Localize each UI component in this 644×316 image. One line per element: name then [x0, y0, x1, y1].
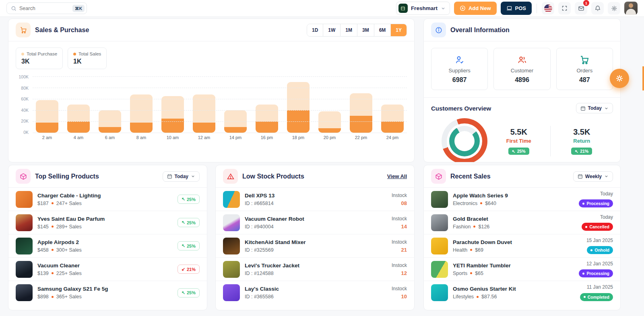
sale-row[interactable]: Apple Watch Series 9 Electronics$640 Tod…	[424, 188, 620, 211]
search-box[interactable]: ⌘K	[6, 2, 87, 14]
product-row[interactable]: Apple Airpods 2 $458300+ Sales ↖25%	[8, 234, 207, 258]
pos-button[interactable]: POS	[501, 2, 532, 15]
customers-overview-header: Customers Overview Today	[424, 97, 620, 114]
instock-value: 12	[392, 270, 407, 276]
bar-2am	[36, 100, 58, 133]
instock-label: Instock	[392, 286, 407, 291]
sale-row[interactable]: Parachute Down Duvet Health$69 15 Jan 20…	[424, 234, 620, 258]
sale-row[interactable]: Gold Bracelet Fashion$126 TodayCancelled	[424, 211, 620, 234]
product-id: ID : #665814	[245, 201, 274, 206]
instock-label: Instock	[392, 216, 407, 222]
product-row[interactable]: Vacuum Cleaner $139225+ Sales ↙21%	[8, 258, 207, 281]
cube-icon	[431, 169, 446, 184]
range-1m-button[interactable]: 1M	[341, 24, 357, 36]
product-thumbnail	[223, 284, 240, 301]
low-stock-header: Low Stock Products View All	[216, 165, 414, 188]
trend-change: 25%	[187, 244, 196, 248]
user-avatar[interactable]	[624, 2, 638, 15]
product-thumbnail	[431, 238, 448, 254]
product-row[interactable]: Lay's Classic ID : #365586 Instock10	[216, 281, 414, 304]
bar-18pm	[287, 82, 310, 133]
range-3m-button[interactable]: 3M	[357, 24, 374, 36]
range-1y-button[interactable]: 1Y	[391, 24, 407, 36]
product-row[interactable]: Dell XPS 13 ID : #665814 Instock08	[216, 188, 414, 211]
recent-sales-period-label: Weekly	[585, 174, 602, 179]
product-thumbnail	[16, 284, 33, 301]
chevron-down-icon	[604, 106, 609, 111]
x-axis-label: 18 pm	[287, 135, 310, 140]
product-price: $65	[475, 271, 483, 276]
sales-segment	[256, 121, 278, 133]
trend-up-arrow-icon: ↖	[575, 149, 578, 154]
range-6m-button[interactable]: 6M	[374, 24, 391, 36]
customers-overview-period-select[interactable]: Today	[576, 103, 613, 113]
cart-icon	[580, 55, 589, 65]
product-row[interactable]: Levi's Trucker Jacket ID : #124588 Insto…	[216, 258, 414, 281]
status-badge: Completed	[580, 293, 613, 301]
product-name: Parachute Down Duvet	[453, 239, 582, 245]
mail-button[interactable]: 1	[575, 2, 587, 14]
store-selector[interactable]: Freshmart	[396, 2, 450, 15]
sale-date: 15 Jan 2025	[586, 238, 613, 243]
chevron-down-icon	[191, 174, 195, 179]
trend-arrow-icon: ↖	[182, 243, 185, 248]
product-row[interactable]: Vacuum Cleaner Robot ID : #940004 Instoc…	[216, 211, 414, 234]
total-sales-chip: Total Sales 1K	[68, 47, 107, 69]
fullscreen-button[interactable]	[558, 2, 571, 14]
product-sales: 289+ Sales	[56, 224, 82, 230]
product-name: Yves Saint Eau De Parfum	[37, 216, 173, 222]
range-button-group: 1D 1W 1M 3M 6M 1Y	[307, 24, 407, 37]
purchase-segment	[36, 100, 58, 123]
product-id: ID : #940004	[245, 224, 274, 230]
search-input[interactable]	[19, 6, 70, 11]
range-1w-button[interactable]: 1W	[323, 24, 341, 36]
language-flag-button[interactable]	[542, 2, 554, 14]
sale-row[interactable]: Osmo Genius Starter Kit Lifestyles$87.56…	[424, 281, 620, 304]
product-price: $187	[37, 201, 49, 206]
view-all-link[interactable]: View All	[387, 173, 407, 179]
x-axis-label: 16 pm	[256, 135, 278, 140]
trend-arrow-icon: ↖	[182, 220, 185, 225]
y-axis-tick: 60K	[16, 96, 29, 101]
recent-sales-period-select[interactable]: Weekly	[573, 171, 613, 182]
product-row[interactable]: KitchenAid Stand Mixer ID : #325569 Inst…	[216, 234, 414, 258]
calendar-icon	[580, 106, 586, 111]
product-row[interactable]: Samsung Galaxy S21 Fe 5g $898365+ Sales …	[8, 281, 207, 304]
recent-sales-title: Recent Sales	[450, 173, 491, 180]
gridline	[33, 133, 407, 133]
product-thumbnail	[16, 191, 33, 208]
donut-hole	[454, 131, 475, 151]
purchase-segment	[256, 105, 278, 121]
settings-button[interactable]	[608, 2, 620, 14]
sale-row[interactable]: YETI Rambler Tumbler Sports$65 12 Jan 20…	[424, 258, 620, 281]
notifications-button[interactable]	[591, 2, 604, 14]
first-time-value: 5.5K	[487, 127, 550, 137]
add-new-button[interactable]: Add New	[454, 2, 497, 15]
gear-icon	[615, 74, 623, 82]
first-time-change: 25%	[517, 149, 526, 154]
product-name: Apple Watch Series 9	[453, 193, 574, 199]
chart-plot-area: 2 am4 am6 am8 am10 am12 am14 pm16 pm18 p…	[33, 76, 407, 147]
product-row[interactable]: Charger Cable - Lighting $187247+ Sales …	[8, 188, 207, 211]
bar-20pm	[318, 111, 341, 133]
chart-legend: Total Purchase 3K Total Sales 1K	[8, 41, 414, 69]
theme-customizer-button[interactable]	[610, 69, 629, 88]
top-selling-period-select[interactable]: Today	[163, 171, 200, 182]
sale-date: 12 Jan 2025	[579, 261, 613, 267]
range-1d-button[interactable]: 1D	[307, 24, 323, 36]
add-new-label: Add New	[469, 5, 491, 11]
store-logo-icon	[398, 4, 408, 13]
product-thumbnail	[223, 191, 240, 208]
product-row[interactable]: Yves Saint Eau De Parfum $145289+ Sales …	[8, 211, 207, 234]
product-sales: 247+ Sales	[56, 201, 82, 206]
mail-icon	[578, 5, 584, 12]
product-category: Electronics	[453, 201, 477, 206]
product-name: Lay's Classic	[245, 286, 387, 292]
product-name: Samsung Galaxy S21 Fe 5g	[37, 286, 173, 292]
product-price: $458	[37, 247, 49, 253]
theme-customizer-edge-strip[interactable]	[642, 66, 644, 90]
product-name: Charger Cable - Lighting	[37, 193, 173, 199]
sales-purchase-chart: 100K80K60K40K20K0K 2 am4 am6 am8 am10 am…	[8, 69, 414, 147]
total-sales-value: 1K	[73, 58, 101, 65]
instock-value: 21	[392, 247, 407, 253]
